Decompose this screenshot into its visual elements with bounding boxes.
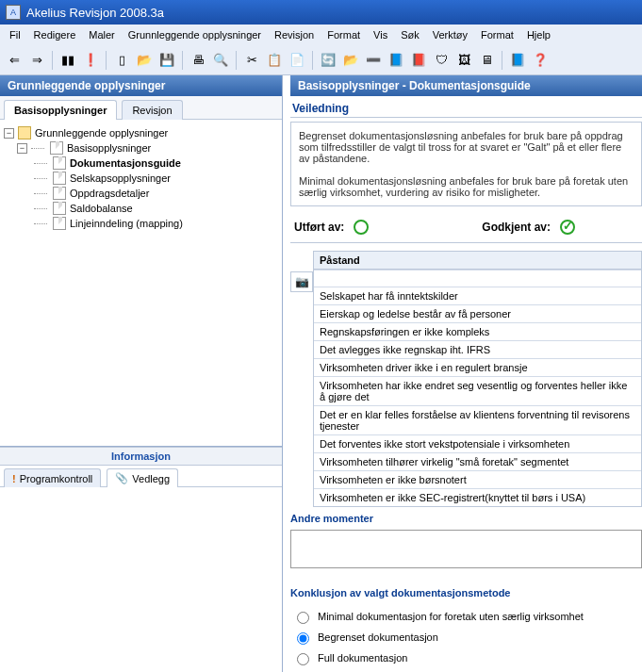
tree-label: Oppdragsdetaljer bbox=[70, 188, 149, 199]
paste-button[interactable]: 📄 bbox=[287, 50, 307, 71]
table-row[interactable]: Regnskapsføringen er ikke kompleks bbox=[314, 322, 641, 340]
open-button[interactable]: 📂 bbox=[134, 50, 155, 71]
radio-label: Begrenset dokumentasjon bbox=[318, 631, 438, 643]
menu-item[interactable]: Redigere bbox=[28, 27, 82, 42]
radio-input[interactable] bbox=[297, 653, 309, 665]
menubar: Fil Redigere Maler Grunnleggende opplysn… bbox=[0, 25, 642, 45]
menu-item[interactable]: Format bbox=[321, 27, 366, 42]
separator bbox=[502, 51, 502, 70]
menu-item[interactable]: Grunnleggende opplysninger bbox=[123, 27, 267, 42]
new-button[interactable]: ▯ bbox=[111, 50, 132, 71]
table-row[interactable]: Selskapet har få inntektskilder bbox=[314, 287, 641, 304]
right-header: Basisopplysninger - Dokumentasjonsguide bbox=[290, 75, 642, 96]
tree-item[interactable]: Dokumentasjonsguide bbox=[34, 156, 278, 171]
back-button[interactable]: ⇐ bbox=[4, 50, 25, 71]
cut-button[interactable]: ✂ bbox=[241, 50, 262, 71]
page-icon bbox=[53, 172, 66, 185]
utfort-status-icon[interactable] bbox=[354, 220, 369, 235]
page-icon bbox=[50, 141, 63, 155]
radio-label: Minimal dokumentasjon for foretak uten s… bbox=[318, 611, 584, 622]
refresh-button[interactable]: 🔄 bbox=[318, 50, 338, 71]
forward-button[interactable]: ⇒ bbox=[26, 50, 47, 71]
app-icon: A bbox=[6, 5, 21, 20]
table-row[interactable] bbox=[314, 270, 641, 287]
tree-item[interactable]: Linjeinndeling (mapping) bbox=[34, 216, 278, 231]
folder-icon bbox=[18, 126, 31, 139]
radio-input[interactable] bbox=[297, 612, 309, 624]
menu-item[interactable]: Format bbox=[475, 27, 519, 42]
columns-button[interactable]: ▮▮ bbox=[58, 50, 78, 71]
book2-button[interactable]: 📕 bbox=[408, 50, 429, 71]
tree-label: Basisopplysninger bbox=[67, 142, 151, 154]
menu-item[interactable]: Maler bbox=[83, 27, 121, 42]
menu-item[interactable]: Fil bbox=[4, 27, 26, 42]
table-row[interactable]: Det avlegges ikke regnskap iht. IFRS bbox=[314, 340, 641, 358]
tree-connector bbox=[34, 208, 47, 209]
radio-minimal[interactable]: Minimal dokumentasjon for foretak uten s… bbox=[292, 606, 640, 627]
info-panel bbox=[0, 487, 282, 672]
copy-button[interactable]: 📋 bbox=[264, 50, 285, 71]
folder-button[interactable]: 📂 bbox=[340, 50, 361, 71]
tree-label: Saldobalanse bbox=[70, 203, 133, 214]
table-row[interactable]: Det er en klar felles forståelse av klie… bbox=[314, 405, 641, 434]
preview-button[interactable]: 🔍 bbox=[210, 50, 231, 71]
tab-vedlegg[interactable]: 📎 Vedlegg bbox=[107, 468, 178, 487]
menu-item[interactable]: Verktøy bbox=[427, 27, 473, 42]
tree: − Grunnleggende opplysninger − Basisoppl… bbox=[0, 120, 282, 446]
help-button[interactable]: ❓ bbox=[530, 50, 551, 71]
left-tabs: Basisopplysninger Revisjon bbox=[0, 96, 282, 120]
save-button[interactable]: 💾 bbox=[156, 50, 177, 71]
collapse-icon[interactable]: − bbox=[4, 128, 14, 139]
tab-programkontroll[interactable]: ! Programkontroll bbox=[4, 468, 101, 487]
tree-item[interactable]: Saldobalanse bbox=[34, 201, 278, 216]
alert-button[interactable]: ❗ bbox=[80, 50, 101, 71]
collapse-icon[interactable]: − bbox=[17, 143, 27, 154]
menu-item[interactable]: Hjelp bbox=[521, 27, 556, 42]
separator bbox=[182, 51, 183, 70]
table-row[interactable]: Virksomheten tilhører virkelig "små fore… bbox=[314, 452, 641, 470]
tree-label: Linjeinndeling (mapping) bbox=[70, 218, 183, 229]
godkjent-status-icon[interactable] bbox=[560, 220, 575, 235]
tree-root[interactable]: − Grunnleggende opplysninger bbox=[4, 125, 278, 140]
andre-momenter-input[interactable] bbox=[290, 530, 642, 568]
table-row[interactable]: Eierskap og ledelse består av få persone… bbox=[314, 304, 641, 322]
left-panel-header: Grunnleggende opplysninger bbox=[0, 75, 282, 96]
table-row[interactable]: Virksomheten driver ikke i en regulert b… bbox=[314, 358, 641, 376]
print-button[interactable]: 🖶 bbox=[188, 50, 208, 71]
menu-item[interactable]: Vis bbox=[368, 27, 393, 42]
radio-input[interactable] bbox=[297, 632, 309, 645]
page-icon bbox=[53, 156, 66, 170]
table-row[interactable]: Virksomheten er ikke børsnotert bbox=[314, 470, 641, 488]
separator bbox=[52, 51, 53, 70]
menu-item[interactable]: Søk bbox=[395, 27, 425, 42]
tab-basisopplysninger[interactable]: Basisopplysninger bbox=[4, 100, 117, 120]
konklusjon-radios: Minimal dokumentasjon for foretak uten s… bbox=[290, 602, 642, 672]
page-icon bbox=[53, 187, 66, 200]
table-row[interactable]: Det forventes ikke stort vekstpotensiale… bbox=[314, 434, 641, 452]
separator bbox=[106, 51, 107, 70]
image-button[interactable]: 🖼 bbox=[453, 50, 474, 71]
book1-button[interactable]: 📘 bbox=[386, 50, 406, 71]
table-corner-icon[interactable]: 📷 bbox=[290, 271, 313, 292]
radio-full[interactable]: Full dokumentasjon bbox=[292, 647, 640, 668]
window-title: Akelius Revisjon 2008.3a bbox=[26, 6, 164, 20]
table-row[interactable]: Virksomheten har ikke endret seg vesentl… bbox=[314, 376, 641, 405]
tree-item[interactable]: Selskapsopplysninger bbox=[34, 171, 278, 186]
shield-button[interactable]: 🛡 bbox=[431, 50, 452, 71]
radio-begrenset[interactable]: Begrenset dokumentasjon bbox=[292, 627, 640, 647]
pastand-table: Selskapet har få inntektskilder Eierskap… bbox=[313, 270, 642, 507]
toolbar: ⇐ ⇒ ▮▮ ❗ ▯ 📂 💾 🖶 🔍 ✂ 📋 📄 🔄 📂 ➖ 📘 📕 🛡 🖼 🖥… bbox=[0, 45, 642, 75]
attachment-icon: 📎 bbox=[115, 472, 128, 484]
tree-child[interactable]: − Basisopplysninger bbox=[17, 140, 278, 156]
tab-revisjon[interactable]: Revisjon bbox=[122, 100, 182, 120]
screen-button[interactable]: 🖥 bbox=[476, 50, 497, 71]
help-book-button[interactable]: 📘 bbox=[507, 50, 528, 71]
tree-item[interactable]: Oppdragsdetaljer bbox=[34, 186, 278, 201]
window-titlebar: A Akelius Revisjon 2008.3a bbox=[0, 0, 642, 25]
info-tabs: ! Programkontroll 📎 Vedlegg bbox=[0, 466, 282, 487]
minus-button[interactable]: ➖ bbox=[363, 50, 384, 71]
tree-connector bbox=[34, 193, 47, 194]
pastand-header: Påstand bbox=[313, 251, 642, 270]
menu-item[interactable]: Revisjon bbox=[269, 27, 320, 42]
table-row[interactable]: Virksomheten er ikke SEC-registrert(knyt… bbox=[314, 488, 641, 506]
